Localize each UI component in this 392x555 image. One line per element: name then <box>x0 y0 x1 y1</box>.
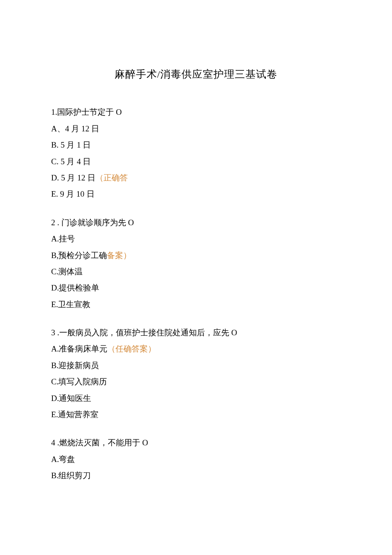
answer-mark: （正确答 <box>95 173 128 182</box>
option: D. 5 月 12 日（正确答 <box>51 171 341 184</box>
option-text: 5 月 12 日 <box>61 173 95 182</box>
option-letter: D. <box>51 394 59 403</box>
option-letter: A. <box>51 344 59 353</box>
question-number: 1. <box>51 108 57 116</box>
question-text: .燃烧法灭菌，不能用于 O <box>55 438 148 447</box>
option-letter: C. <box>51 267 58 276</box>
option-text: 通知营养室 <box>58 410 98 419</box>
question-block: 3 .一般病员入院，值班护士接住院处通知后，应先 O A.准备病床单元（任确答案… <box>51 326 341 421</box>
option-text: 测体温 <box>58 267 83 276</box>
option: B.组织剪刀 <box>51 469 341 482</box>
question-stem: 3 .一般病员入院，值班护士接住院处通知后，应先 O <box>51 326 341 339</box>
option-letter: D. <box>51 173 59 182</box>
option-text: 4 月 12 日 <box>65 124 100 133</box>
option-letter: B, <box>51 251 58 260</box>
option-text: 挂号 <box>59 234 75 243</box>
question-text: 国际护士节定于 O <box>57 108 121 116</box>
question-number: 3 <box>51 328 55 337</box>
option-text: 9 月 10 日 <box>60 189 95 198</box>
option: C. 5 月 4 日 <box>51 155 341 168</box>
option-letter: C. <box>51 157 58 166</box>
option: B,预检分诊工确备案） <box>51 249 341 262</box>
option: A.准备病床单元（任确答案） <box>51 343 341 355</box>
question-stem: 2 . 门诊就诊顺序为先 O <box>51 216 341 229</box>
option: B. 5 月 1 日 <box>51 139 341 151</box>
option-text: 预检分诊工确 <box>58 251 107 260</box>
option-text: 5 月 1 日 <box>61 140 91 149</box>
option: D.通知医生 <box>51 392 341 405</box>
option-letter: A. <box>51 455 59 464</box>
option-letter: E. <box>51 189 58 198</box>
option: C.测体温 <box>51 265 341 278</box>
question-block: 4 .燃烧法灭菌，不能用于 O A.弯盘 B.组织剪刀 <box>51 436 341 482</box>
question-text: .一般病员入院，值班护士接住院处通知后，应先 O <box>55 328 237 337</box>
answer-mark: （任确答案） <box>107 344 156 353</box>
option-text: 通知医生 <box>59 394 91 403</box>
question-number: 2 <box>51 218 55 227</box>
option-text: 卫生宣教 <box>58 300 90 309</box>
option-text: 迎接新病员 <box>58 361 99 370</box>
option: D.提供检验单 <box>51 282 341 294</box>
option: E.通知营养室 <box>51 408 341 421</box>
option-letter: B. <box>51 361 58 370</box>
option: A.挂号 <box>51 232 341 245</box>
option-letter: C. <box>51 377 58 386</box>
question-stem: 4 .燃烧法灭菌，不能用于 O <box>51 436 341 449</box>
option-text: 弯盘 <box>59 455 75 464</box>
option-text: 填写入院病历 <box>58 377 107 386</box>
option-letter: B. <box>51 471 58 480</box>
option-letter: E. <box>51 410 58 419</box>
question-text: . 门诊就诊顺序为先 O <box>55 218 134 227</box>
document-title: 麻醉手术/消毒供应室护理三基试卷 <box>51 66 341 82</box>
option-text: 提供检验单 <box>59 283 99 292</box>
option: E. 9 月 10 日 <box>51 188 341 200</box>
question-stem: 1.国际护士节定于 O <box>51 106 341 119</box>
answer-mark: 备案） <box>107 251 131 260</box>
option: E.卫生宣教 <box>51 298 341 311</box>
option-letter: D. <box>51 283 59 292</box>
option: C.填写入院病历 <box>51 375 341 388</box>
question-block: 1.国际护士节定于 O A、4 月 12 日 B. 5 月 1 日 C. 5 月… <box>51 106 341 200</box>
question-block: 2 . 门诊就诊顺序为先 O A.挂号 B,预检分诊工确备案） C.测体温 D.… <box>51 216 341 311</box>
option-letter: E. <box>51 300 58 309</box>
option-letter: B. <box>51 140 58 149</box>
option: A.弯盘 <box>51 453 341 466</box>
document-page: 麻醉手术/消毒供应室护理三基试卷 1.国际护士节定于 O A、4 月 12 日 … <box>0 0 392 532</box>
option-text: 组织剪刀 <box>58 471 91 480</box>
option-text: 准备病床单元 <box>59 344 107 353</box>
option: B.迎接新病员 <box>51 359 341 372</box>
option-text: 5 月 4 日 <box>61 157 91 166</box>
option-letter: A. <box>51 234 59 243</box>
option: A、4 月 12 日 <box>51 122 341 135</box>
option-letter: A、 <box>51 124 65 133</box>
question-number: 4 <box>51 438 55 447</box>
